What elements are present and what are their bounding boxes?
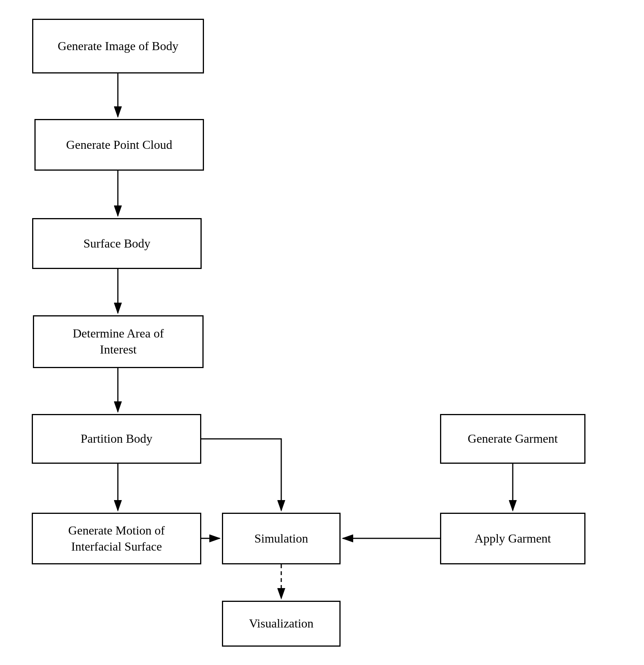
visualization-label: Visualization xyxy=(249,616,314,632)
generate-point-cloud-label: Generate Point Cloud xyxy=(66,137,172,153)
partition-body-label: Partition Body xyxy=(81,431,153,447)
generate-image-box: Generate Image of Body xyxy=(32,19,204,73)
visualization-box: Visualization xyxy=(222,601,341,647)
generate-motion-box: Generate Motion ofInterfacial Surface xyxy=(32,513,201,564)
determine-area-box: Determine Area ofInterest xyxy=(33,315,204,368)
simulation-label: Simulation xyxy=(254,531,308,547)
arrow-partition-to-simulation xyxy=(201,439,281,510)
generate-garment-box: Generate Garment xyxy=(440,414,585,464)
generate-motion-label: Generate Motion ofInterfacial Surface xyxy=(68,523,165,554)
surface-body-label: Surface Body xyxy=(83,236,150,252)
determine-area-label: Determine Area ofInterest xyxy=(73,326,164,357)
surface-body-box: Surface Body xyxy=(32,218,202,269)
generate-garment-label: Generate Garment xyxy=(468,431,558,447)
simulation-box: Simulation xyxy=(222,513,341,564)
partition-body-box: Partition Body xyxy=(32,414,201,464)
generate-point-cloud-box: Generate Point Cloud xyxy=(34,119,204,171)
generate-image-label: Generate Image of Body xyxy=(58,38,178,54)
diagram-container: Generate Image of Body Generate Point Cl… xyxy=(0,0,644,665)
apply-garment-label: Apply Garment xyxy=(474,531,551,547)
apply-garment-box: Apply Garment xyxy=(440,513,585,564)
